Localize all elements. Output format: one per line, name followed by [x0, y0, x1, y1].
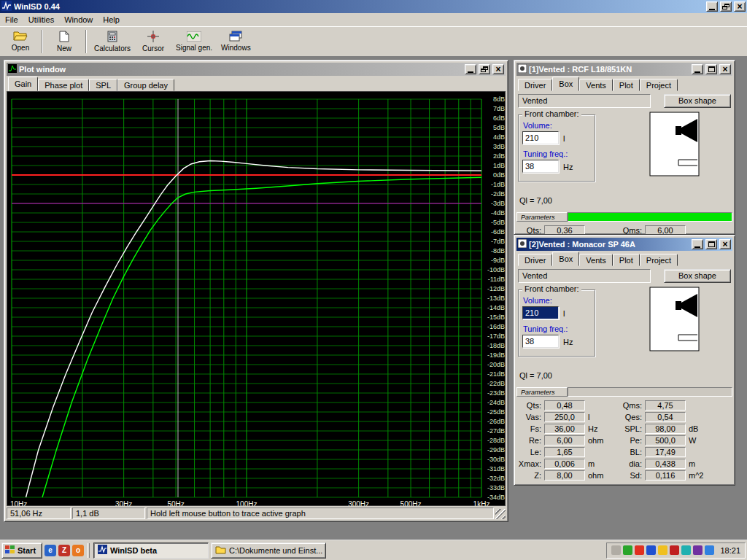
close-button[interactable]: × — [734, 1, 746, 12]
mail-client-icon[interactable]: Z — [58, 545, 70, 556]
open-folder-icon — [13, 31, 28, 43]
vented-2-maximize-button[interactable] — [705, 239, 717, 249]
menu-utilities[interactable]: Utilities — [23, 14, 59, 26]
tab-vents-2[interactable]: Vents — [579, 254, 613, 266]
parameters-rollout-label[interactable]: Parameters — [516, 387, 568, 397]
cursor-button[interactable]: Cursor — [136, 28, 171, 55]
parameter-value: 36,00 — [544, 424, 585, 434]
menu-window[interactable]: Window — [59, 14, 98, 26]
windows-button[interactable]: Windows — [217, 28, 255, 55]
vented-2-close-button[interactable]: × — [719, 239, 731, 249]
parameter-label: Vas: — [518, 413, 544, 421]
app-icon — [1, 1, 12, 12]
parameter-row: Re:6,00ohmPe:500,0W — [518, 435, 731, 446]
start-button[interactable]: Start — [1, 542, 42, 559]
tray-icon-3[interactable] — [635, 545, 644, 555]
tray-icon-6[interactable] — [670, 545, 679, 555]
toolbar-separator — [42, 30, 43, 53]
tab-vents-1[interactable]: Vents — [579, 79, 613, 91]
task-winisd[interactable]: WinISD beta — [93, 542, 209, 559]
vented-1-minimize-button[interactable] — [692, 64, 703, 74]
tray-icon-5[interactable] — [658, 545, 667, 555]
vented-2-titlebar[interactable]: [2]Vented : Monacor SP 46A × — [516, 238, 732, 251]
start-label: Start — [18, 546, 36, 555]
menu-file[interactable]: File — [0, 14, 23, 26]
parameter-row: Le:1,65BL:17,49 — [518, 446, 731, 458]
vented-1-tab-bar: Driver Box Vents Plot Project — [516, 76, 732, 91]
vented-2-tab-bar: Driver Box Vents Plot Project — [516, 251, 732, 266]
tray-icon-4[interactable] — [646, 545, 656, 555]
tray-icon-8[interactable] — [693, 545, 703, 555]
tab-driver-1[interactable]: Driver — [518, 79, 552, 91]
parameters-rollout-label[interactable]: Parameters — [516, 212, 568, 222]
new-label: New — [57, 44, 71, 52]
y-axis-label: -28dB — [487, 437, 505, 444]
y-axis-label: -20dB — [487, 361, 505, 368]
y-axis-label: -22dB — [487, 380, 505, 387]
plot-restore-button[interactable] — [479, 64, 490, 74]
tab-project-2[interactable]: Project — [640, 254, 678, 266]
task-explorer[interactable]: C:\Dokumente und Einst... — [211, 542, 326, 559]
y-axis-label: -34dB — [487, 494, 505, 501]
tuning-freq-unit: Hz — [563, 163, 573, 171]
y-axis-label: -18dB — [487, 342, 505, 349]
tuning-freq-input[interactable] — [522, 335, 559, 348]
tray-icon-1[interactable] — [611, 545, 621, 555]
tuning-freq-input[interactable] — [522, 160, 559, 173]
tab-plot-1[interactable]: Plot — [613, 79, 640, 91]
minimize-button[interactable] — [706, 1, 718, 12]
tab-box-2[interactable]: Box — [552, 252, 579, 266]
box-shape-button[interactable]: Box shape — [664, 94, 731, 108]
tab-box-1[interactable]: Box — [552, 77, 579, 91]
calculators-button[interactable]: Calculators — [90, 28, 134, 55]
tray-icon-9[interactable] — [705, 545, 714, 555]
cursor-crosshair-icon — [147, 31, 159, 44]
taskbar-handle[interactable] — [88, 543, 90, 558]
plot-window-titlebar[interactable]: Plot window × — [7, 63, 506, 76]
ql-value: Ql = 7,00 — [519, 196, 552, 205]
tab-gain[interactable]: Gain — [8, 77, 38, 91]
tray-icon-7[interactable] — [681, 545, 691, 555]
parameter-unit: dB — [686, 424, 711, 433]
plot-minimize-button[interactable] — [465, 64, 476, 74]
tab-phase-plot[interactable]: Phase plot — [38, 79, 89, 91]
vented-1-titlebar[interactable]: [1]Vented : RCF L18/851KN × — [516, 63, 732, 76]
internet-explorer-icon[interactable]: e — [44, 545, 56, 556]
open-button[interactable]: Open — [3, 28, 38, 55]
new-button[interactable]: New — [47, 28, 82, 55]
y-axis-label: -11dB — [488, 276, 505, 283]
tab-project-1[interactable]: Project — [640, 79, 678, 91]
tray-icon-2[interactable] — [623, 545, 632, 555]
vented-1-maximize-button[interactable] — [705, 64, 717, 74]
cursor-label: Cursor — [142, 44, 164, 52]
resize-grip[interactable] — [495, 509, 506, 519]
signal-gen-button[interactable]: Signal gen. — [172, 28, 216, 55]
volume-input[interactable] — [522, 131, 559, 144]
y-axis-label: -10dB — [487, 266, 505, 273]
box-type-field[interactable]: Vented — [518, 269, 651, 283]
parameters-rollout-2: Parameters — [516, 387, 732, 397]
plot-window: Plot window × Gain Phase plot SPL Group … — [4, 60, 508, 522]
box-type-field[interactable]: Vented — [518, 94, 651, 108]
vented-1-close-button[interactable]: × — [719, 64, 731, 74]
tab-spl[interactable]: SPL — [89, 79, 117, 91]
browser-icon[interactable]: o — [72, 545, 84, 556]
restore-button[interactable] — [720, 1, 732, 12]
volume-input[interactable] — [522, 306, 559, 319]
menu-help[interactable]: Help — [98, 14, 125, 26]
tab-plot-2[interactable]: Plot — [613, 254, 640, 266]
y-axis-label: 1dB — [493, 162, 505, 169]
gain-plot[interactable]: 8dB7dB6dB5dB4dB3dB2dB1dB0dB-1dB-2dB-3dB-… — [7, 92, 506, 508]
y-axis-label: -17dB — [487, 332, 505, 340]
gain-plot-area[interactable]: 8dB7dB6dB5dB4dB3dB2dB1dB0dB-1dB-2dB-3dB-… — [7, 91, 506, 506]
front-chamber-legend: Front chamber: — [522, 284, 581, 293]
status-frequency: 51,06 Hz — [7, 508, 71, 519]
tab-group-delay[interactable]: Group delay — [117, 79, 174, 91]
vented-2-minimize-button[interactable] — [692, 239, 703, 249]
plot-close-button[interactable]: × — [492, 64, 504, 74]
front-chamber-group: Front chamber: Volume: l Tuning freq.: H… — [518, 114, 595, 182]
y-axis-label: -13dB — [487, 295, 505, 302]
box-shape-button[interactable]: Box shape — [664, 269, 731, 283]
tab-driver-2[interactable]: Driver — [518, 254, 552, 266]
task-winisd-label: WinISD beta — [110, 546, 157, 555]
